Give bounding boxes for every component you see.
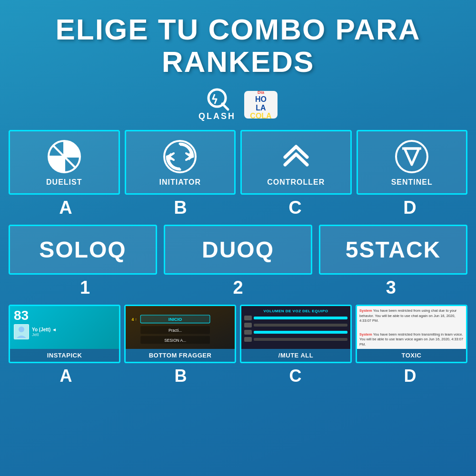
fragger-label: BOTTOM FRAGGER	[126, 349, 235, 362]
queue-number-3: 3	[315, 278, 467, 298]
slider-icon-2	[244, 323, 252, 327]
queue-number-2: 2	[161, 278, 314, 298]
muteall-slider-3	[244, 330, 347, 335]
fivestack-label: 5STACK	[346, 237, 441, 263]
hola-cola-text: Día HO LA COLA	[250, 89, 271, 120]
toxic-msg2: System You have been restricted from tra…	[359, 332, 464, 347]
muteall-image: VOLUMEN DE VOZ DEL EQUIPO	[241, 306, 350, 349]
logos-row: QLASH Día HO LA COLA	[198, 88, 278, 121]
qlash-logo: QLASH	[198, 88, 236, 121]
svg-text:INICIO: INICIO	[169, 317, 182, 322]
bottom-card-muteall[interactable]: VOLUMEN DE VOZ DEL EQUIPO	[240, 305, 352, 363]
slider-icon-3	[244, 330, 252, 335]
fragger-screenshot-icon: INICIO Practi... SESION A... 4 ↑	[126, 306, 235, 349]
queue-card-soloq[interactable]: SOLOQ	[9, 225, 157, 275]
controller-icon	[279, 140, 313, 173]
muteall-label: /MUTE ALL	[241, 349, 350, 362]
toxic-msg1: System You have been restricted from usi…	[359, 308, 464, 324]
bottom-card-toxic[interactable]: System You have been restricted from usi…	[356, 305, 467, 363]
fragger-bg: INICIO Practi... SESION A... 4 ↑	[126, 306, 235, 349]
instapick-image: 83 Yo (Jett) ◄ Jett	[10, 306, 119, 349]
instapick-player-role: Jett	[32, 332, 115, 337]
bottom-cards-row: 83 Yo (Jett) ◄ Jett	[0, 305, 476, 363]
instapick-score: 83	[14, 309, 115, 322]
bottom-card-instapick[interactable]: 83 Yo (Jett) ◄ Jett	[9, 305, 120, 363]
role-card-initiator[interactable]: INITIATOR	[125, 130, 236, 195]
muteall-bg: VOLUMEN DE VOZ DEL EQUIPO	[241, 306, 350, 349]
bottom-letter-b: B	[123, 366, 238, 386]
role-card-sentinel[interactable]: SENTINEL	[357, 130, 468, 195]
slider-icon-4	[244, 337, 252, 342]
sentinel-icon	[395, 140, 428, 173]
role-letter-a: A	[9, 198, 123, 218]
svg-text:SESION A...: SESION A...	[164, 338, 186, 343]
bottom-letter-a: A	[9, 366, 123, 386]
role-card-duelist[interactable]: DUELIST	[9, 130, 120, 195]
instapick-label: INSTAPICK	[10, 349, 119, 362]
svg-text:Practi...: Practi...	[169, 328, 182, 333]
instapick-player-row: Yo (Jett) ◄ Jett	[14, 324, 115, 339]
qlash-icon	[204, 88, 230, 111]
slider-icon-1	[244, 316, 252, 320]
role-letter-b: B	[123, 198, 238, 218]
instapick-avatar	[14, 324, 29, 339]
soloq-label: SOLOQ	[39, 237, 126, 263]
bottom-card-fragger[interactable]: INICIO Practi... SESION A... 4 ↑ BOTTOM …	[124, 305, 236, 363]
bottom-letter-d: D	[353, 366, 467, 386]
duelist-label: DUELIST	[46, 178, 82, 187]
duelist-icon	[48, 140, 81, 173]
queue-card-fivestack[interactable]: 5STACK	[319, 225, 467, 275]
muteall-slider-4	[244, 337, 347, 342]
instapick-bg: 83 Yo (Jett) ◄ Jett	[10, 306, 119, 349]
controller-label: CONTROLLER	[267, 178, 325, 187]
slider-bar-3	[254, 331, 347, 334]
queue-numbers-row: 1 2 3	[0, 278, 476, 298]
svg-point-8	[396, 141, 427, 172]
duoq-label: DUOQ	[202, 237, 274, 263]
instapick-player-info: Yo (Jett) ◄ Jett	[32, 327, 115, 337]
fragger-image: INICIO Practi... SESION A... 4 ↑	[126, 306, 235, 349]
hola-cola-logo: Día HO LA COLA	[244, 91, 278, 119]
slider-bar-1	[254, 317, 347, 319]
queue-cards-row: SOLOQ DUOQ 5STACK	[0, 225, 476, 275]
role-cards-row: DUELIST INITIATOR CONTROLLER	[0, 130, 476, 195]
role-card-controller[interactable]: CONTROLLER	[240, 130, 352, 195]
svg-text:4 ↑: 4 ↑	[131, 317, 137, 322]
role-letter-d: D	[353, 198, 467, 218]
toxic-image: System You have been restricted from usi…	[357, 306, 466, 349]
toxic-bg: System You have been restricted from usi…	[357, 306, 466, 349]
bottom-letters-row: A B C D	[0, 366, 476, 386]
header: ELIGE TU COMBO PARA RANKEDS	[0, 0, 476, 83]
initiator-icon	[163, 140, 197, 173]
jett-avatar-icon	[14, 325, 29, 339]
queue-card-duoq[interactable]: DUOQ	[164, 225, 312, 275]
muteall-slider-1	[244, 316, 347, 320]
queue-number-1: 1	[9, 278, 161, 298]
sentinel-label: SENTINEL	[391, 178, 433, 187]
toxic-label: TOXIC	[357, 349, 466, 362]
bottom-letter-c: C	[238, 366, 353, 386]
page-title: ELIGE TU COMBO PARA RANKEDS	[10, 13, 466, 78]
qlash-text: QLASH	[198, 111, 236, 121]
svg-line-1	[222, 104, 228, 109]
initiator-label: INITIATOR	[159, 178, 201, 187]
slider-bar-2	[254, 324, 347, 327]
role-letters-row: A B C D	[0, 198, 476, 218]
slider-bar-4	[254, 338, 347, 341]
muteall-slider-2	[244, 323, 347, 327]
svg-point-11	[19, 327, 24, 332]
instapick-player-name: Yo (Jett) ◄	[32, 327, 115, 332]
muteall-title: VOLUMEN DE VOZ DEL EQUIPO	[244, 309, 347, 313]
role-letter-c: C	[238, 198, 353, 218]
